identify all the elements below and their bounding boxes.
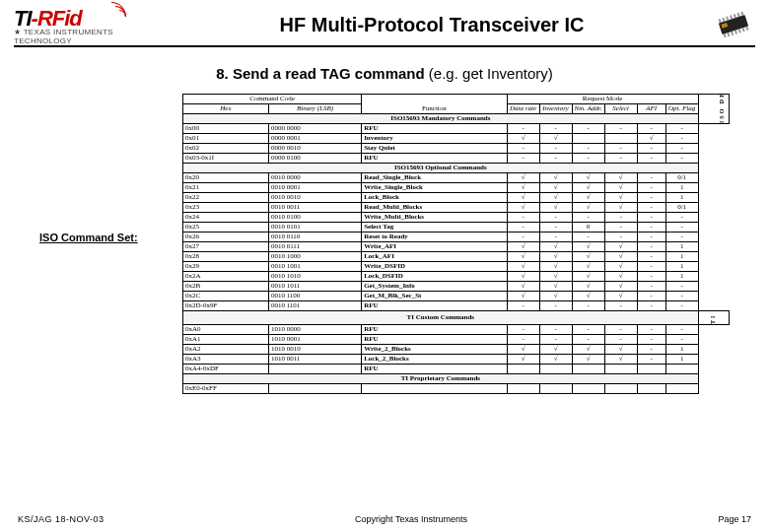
cell: - xyxy=(507,233,539,242)
table-row: 0x240010 0100Write_Multi_Blocks------ xyxy=(183,213,730,223)
svg-rect-5 xyxy=(734,30,737,33)
cell: 0x24 xyxy=(183,213,269,223)
table-row: 0xA21010 0010Write_2_Blocks√√√√-1 xyxy=(183,345,730,355)
cell: - xyxy=(539,144,572,154)
cell: 0010 0010 xyxy=(268,193,361,203)
cell: √ xyxy=(572,272,604,282)
cell: 0xA4-0xDF xyxy=(183,365,269,374)
cell: 1 xyxy=(665,272,698,282)
footer-copyright: Copyright Texas Instruments xyxy=(105,514,719,524)
cell: - xyxy=(665,325,698,335)
cell: Write_DSFID xyxy=(362,262,507,272)
cell: - xyxy=(572,325,604,335)
header: TI-RFid ★ TEXAS INSTRUMENTS TECHNOLOGY H… xyxy=(0,0,769,43)
cell: 0010 1101 xyxy=(268,301,361,311)
cell: - xyxy=(604,154,637,164)
cell: √ xyxy=(507,262,539,272)
cell xyxy=(604,384,637,394)
cell: 0010 1011 xyxy=(268,282,361,292)
table-row: 0xA01010 0000RFU------ xyxy=(183,325,730,335)
cell: √ xyxy=(604,292,637,301)
cell: 0010 0111 xyxy=(268,242,361,252)
cell: √ xyxy=(604,282,637,292)
cell: 1 xyxy=(665,262,698,272)
cell: 1 xyxy=(665,252,698,262)
footer-page: Page 17 xyxy=(718,514,751,524)
cell: Get_M_Blk_Sec_St xyxy=(362,292,507,301)
cell: - xyxy=(665,223,698,233)
cell xyxy=(665,384,698,394)
th-opt: Opt. Flag xyxy=(665,104,698,114)
cell: Write_Multi_Blocks xyxy=(362,213,507,223)
th-cmd: Command Code xyxy=(183,95,362,104)
svg-rect-8 xyxy=(745,27,748,31)
cell: RFU xyxy=(362,124,507,134)
side-ti-cmds: TI CMDS xyxy=(698,311,729,325)
chip-icon xyxy=(712,12,755,37)
cell: - xyxy=(604,325,637,335)
cell: - xyxy=(507,154,539,164)
cell: 0x2B xyxy=(183,282,269,292)
cell: 0x28 xyxy=(183,252,269,262)
cell xyxy=(507,384,539,394)
cell: Lock_2_Blocks xyxy=(362,355,507,365)
cell: √ xyxy=(604,203,637,213)
cell: √ xyxy=(539,173,572,183)
table-row: 0x230010 0011Read_Multi_Blocks√√√√-0/1 xyxy=(183,203,730,213)
cell: 0x21 xyxy=(183,183,269,193)
cell: √ xyxy=(539,183,572,193)
cell xyxy=(637,365,665,374)
cell: √ xyxy=(572,252,604,262)
cell: 0010 0011 xyxy=(268,203,361,213)
svg-rect-15 xyxy=(740,12,743,16)
cell: - xyxy=(637,282,665,292)
svg-rect-12 xyxy=(730,15,733,19)
cell: Reset to Ready xyxy=(362,233,507,242)
cell: 1010 0000 xyxy=(268,325,361,335)
logo-subtext: ★ TEXAS INSTRUMENTS TECHNOLOGY xyxy=(14,28,122,45)
cell: 0xA0 xyxy=(183,325,269,335)
footer: KS/JAG 18-NOV-03 Copyright Texas Instrum… xyxy=(0,514,769,524)
cell: Write_Single_Block xyxy=(362,183,507,193)
cell: RFU xyxy=(362,325,507,335)
cell xyxy=(362,384,507,394)
cell: - xyxy=(665,301,698,311)
table-row: 0x000000 0000RFU------ xyxy=(183,124,730,134)
cell: 0x20 xyxy=(183,173,269,183)
cell: - xyxy=(665,335,698,345)
cell xyxy=(604,134,637,144)
cell: Get_System_Info xyxy=(362,282,507,292)
sect-optional: ISO15693 Optional Commands xyxy=(183,164,699,173)
th-func: Function xyxy=(362,95,507,114)
cell: - xyxy=(539,154,572,164)
cell: Select Tag xyxy=(362,223,507,233)
cell: 0x01 xyxy=(183,134,269,144)
cell: √ xyxy=(572,292,604,301)
cell: - xyxy=(637,242,665,252)
cell: - xyxy=(637,144,665,154)
table-row: 0x010000 0001Inventory√√√- xyxy=(183,134,730,144)
cell: √ xyxy=(507,193,539,203)
cell: - xyxy=(637,203,665,213)
cell: 0x25 xyxy=(183,223,269,233)
svg-rect-7 xyxy=(742,28,745,32)
section-heading: 8. Send a read TAG command (e.g. get Inv… xyxy=(0,65,769,82)
th-addr: Nm. Addr. xyxy=(572,104,604,114)
cell: 0010 0001 xyxy=(268,183,361,193)
svg-rect-4 xyxy=(731,32,734,35)
cell: - xyxy=(637,355,665,365)
cell: RFU xyxy=(362,365,507,374)
table-row: 0xA4-0xDFRFU xyxy=(183,365,730,374)
cell: Lock_Block xyxy=(362,193,507,203)
table-row: 0x280010 1000Lock_AFI√√√√-1 xyxy=(183,252,730,262)
cell: - xyxy=(665,213,698,223)
cell: √ xyxy=(539,272,572,282)
cell: - xyxy=(637,233,665,242)
cell: 0000 0001 xyxy=(268,134,361,144)
cell: 1 xyxy=(665,242,698,252)
cell: 0010 1001 xyxy=(268,262,361,272)
cell: √ xyxy=(604,183,637,193)
cell: - xyxy=(507,335,539,345)
cell: - xyxy=(507,124,539,134)
cell: 1010 0010 xyxy=(268,345,361,355)
